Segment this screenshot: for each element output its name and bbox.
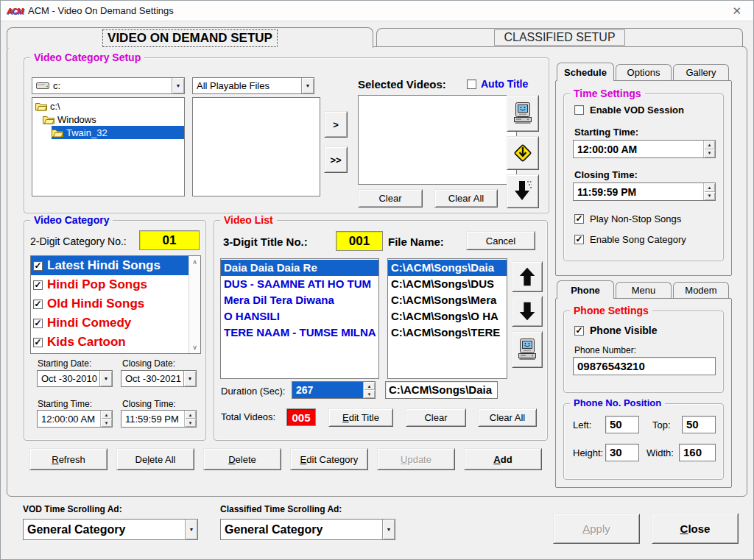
spinner-down-icon[interactable]: ▼ bbox=[363, 390, 375, 398]
vod-ad-combobox[interactable]: General Category ▼ bbox=[23, 519, 198, 540]
category-scrollbar[interactable]: ∧ ∨ bbox=[188, 256, 200, 353]
dropdown-arrow-icon[interactable]: ▼ bbox=[301, 78, 314, 93]
delete-all-button[interactable]: Delete All bbox=[116, 448, 194, 470]
folder-row[interactable]: c:\ bbox=[32, 99, 184, 113]
tab-options[interactable]: Options bbox=[616, 64, 672, 80]
add-button[interactable]: Add bbox=[464, 448, 542, 470]
download-all-button[interactable] bbox=[507, 174, 539, 208]
enable-vod-checkbox[interactable]: Enable VOD Session bbox=[574, 104, 684, 116]
move-all-button[interactable]: >> bbox=[324, 146, 348, 173]
scroll-up-icon[interactable]: ∧ bbox=[192, 258, 197, 266]
clear-all-selected-button[interactable]: Clear All bbox=[434, 189, 498, 208]
dropdown-arrow-icon[interactable]: ▼ bbox=[185, 520, 197, 539]
width-field[interactable]: 160 bbox=[679, 444, 716, 461]
move-down-button[interactable] bbox=[512, 296, 543, 327]
video-title-row[interactable]: O HANSILI bbox=[221, 308, 378, 325]
vod-starting-time-spinner[interactable]: 12:00:00 AM ▲▼ bbox=[573, 140, 716, 158]
checkbox[interactable]: ✓ bbox=[33, 338, 43, 347]
spinner-down-icon[interactable]: ▼ bbox=[184, 419, 196, 427]
category-item[interactable]: ✓ Kids Cartoon bbox=[31, 333, 188, 352]
delete-button[interactable]: Delete bbox=[203, 448, 281, 470]
video-title-row[interactable]: TERE NAAM - TUMSE MILNA bbox=[221, 325, 378, 341]
tab-gallery[interactable]: Gallery bbox=[673, 64, 729, 80]
spinner-down-icon[interactable]: ▼ bbox=[703, 192, 715, 201]
classified-ad-combobox[interactable]: General Category ▼ bbox=[220, 519, 395, 540]
folder-list[interactable]: c:\ Windows Twain_32 bbox=[32, 97, 185, 196]
duration-spinner[interactable]: 267 ▲▼ bbox=[292, 381, 376, 399]
checkbox[interactable] bbox=[467, 79, 476, 89]
move-up-button[interactable] bbox=[512, 261, 543, 292]
checkbox[interactable]: ✓ bbox=[574, 326, 584, 336]
file-paths-list[interactable]: C:\ACM\Songs\Daia C:\ACM\Songs\DUS C:\AC… bbox=[387, 258, 507, 379]
folder-row[interactable]: Windows bbox=[32, 113, 184, 126]
spinner-down-icon[interactable]: ▼ bbox=[703, 149, 715, 158]
file-path-row[interactable]: C:\ACM\Songs\TERE bbox=[388, 325, 507, 341]
height-field[interactable]: 30 bbox=[605, 444, 639, 461]
video-title-row[interactable]: Daia Daia Daia Re bbox=[221, 260, 378, 276]
spinner-up-icon[interactable]: ▲ bbox=[703, 141, 715, 149]
edit-title-button[interactable]: Edit Title bbox=[328, 408, 393, 427]
tab-modem[interactable]: Modem bbox=[673, 282, 729, 298]
category-checklist[interactable]: ✓ Latest Hindi Songs ✓ Hindi Pop Songs ✓… bbox=[30, 255, 201, 354]
video-titles-list[interactable]: Daia Daia Daia Re DUS - SAAMNE ATI HO TU… bbox=[220, 258, 379, 379]
category-item[interactable]: ✓ Old Hindi Songs bbox=[31, 294, 188, 313]
starting-time-spinner[interactable]: 12:00:00 AM ▲▼ bbox=[37, 410, 113, 428]
checkbox[interactable]: ✓ bbox=[33, 319, 43, 328]
add-selected-button[interactable] bbox=[507, 136, 539, 170]
move-one-button[interactable]: > bbox=[324, 111, 348, 138]
category-item[interactable]: ✓ Hindi Comedy bbox=[31, 313, 188, 333]
preview-video-button[interactable] bbox=[507, 95, 539, 132]
checkbox[interactable]: ✓ bbox=[33, 280, 43, 290]
vod-closing-time-spinner[interactable]: 11:59:59 PM ▲▼ bbox=[573, 182, 716, 201]
spinner-up-icon[interactable]: ▲ bbox=[184, 411, 196, 419]
file-path-row[interactable]: C:\ACM\Songs\O HA bbox=[388, 308, 507, 325]
file-list[interactable] bbox=[192, 97, 320, 196]
closing-date-combobox[interactable]: Oct -30-2021 ▼ bbox=[121, 370, 197, 387]
spinner-up-icon[interactable]: ▲ bbox=[703, 183, 715, 192]
clear-selected-button[interactable]: Clear bbox=[358, 189, 423, 208]
selected-videos-list[interactable] bbox=[358, 95, 517, 185]
category-item[interactable]: ✓ Hindi Pop Songs bbox=[31, 275, 188, 294]
file-path-row[interactable]: C:\ACM\Songs\Mera bbox=[388, 292, 507, 308]
tab-classified-setup[interactable]: CLASSIFIED SETUP bbox=[376, 28, 743, 46]
clear-video-button[interactable]: Clear bbox=[406, 408, 466, 427]
dropdown-arrow-icon[interactable]: ▼ bbox=[99, 371, 112, 386]
tab-schedule[interactable]: Schedule bbox=[557, 63, 614, 81]
edit-category-button[interactable]: Edit Category bbox=[290, 448, 368, 470]
close-button[interactable]: Close bbox=[652, 513, 739, 544]
scroll-down-icon[interactable]: ∨ bbox=[192, 344, 197, 351]
file-filter-combobox[interactable]: All Playable Files ▼ bbox=[192, 77, 314, 94]
refresh-button[interactable]: Refresh bbox=[29, 448, 108, 470]
tab-menu[interactable]: Menu bbox=[616, 282, 672, 298]
spinner-up-icon[interactable]: ▲ bbox=[100, 411, 112, 419]
spinner-down-icon[interactable]: ▼ bbox=[100, 419, 112, 427]
dropdown-arrow-icon[interactable]: ▼ bbox=[382, 520, 395, 539]
current-path-field[interactable]: C:\ACM\Songs\Daia bbox=[385, 381, 498, 399]
folder-row-selected[interactable]: Twain_32 bbox=[32, 126, 184, 139]
checkbox[interactable] bbox=[574, 105, 584, 115]
song-category-checkbox[interactable]: ✓ Enable Song Category bbox=[574, 234, 686, 245]
auto-title-checkbox[interactable]: Auto Title bbox=[467, 78, 528, 90]
play-video-button[interactable] bbox=[512, 331, 543, 368]
tab-vod-setup[interactable]: VIDEO ON DEMAND SETUP bbox=[7, 27, 373, 48]
clear-all-videos-button[interactable]: Clear All bbox=[478, 408, 537, 427]
checkbox[interactable]: ✓ bbox=[33, 261, 43, 271]
phone-number-field[interactable]: 09876543210 bbox=[573, 357, 716, 375]
checkbox[interactable]: ✓ bbox=[574, 214, 584, 224]
non-stop-checkbox[interactable]: ✓ Play Non-Stop Songs bbox=[574, 213, 681, 224]
cancel-button[interactable]: Cancel bbox=[466, 231, 535, 250]
video-title-row[interactable]: DUS - SAAMNE ATI HO TUM bbox=[221, 276, 378, 292]
spinner-up-icon[interactable]: ▲ bbox=[363, 382, 375, 390]
file-path-row[interactable]: C:\ACM\Songs\DUS bbox=[388, 276, 507, 292]
starting-date-combobox[interactable]: Oct -30-2010 ▼ bbox=[37, 370, 113, 387]
category-item[interactable]: ✓ Latest Hindi Songs bbox=[31, 256, 188, 275]
checkbox[interactable]: ✓ bbox=[33, 300, 43, 309]
phone-visible-checkbox[interactable]: ✓ Phone Visible bbox=[574, 325, 658, 336]
closing-time-spinner[interactable]: 11:59:59 PM ▲▼ bbox=[121, 410, 197, 428]
close-icon[interactable]: ✕ bbox=[726, 4, 747, 18]
file-path-row[interactable]: C:\ACM\Songs\Daia bbox=[388, 260, 507, 276]
tab-phone[interactable]: Phone bbox=[557, 280, 614, 299]
video-title-row[interactable]: Mera Dil Tera Diwana bbox=[221, 292, 378, 308]
drive-combobox[interactable]: c: ▼ bbox=[32, 77, 185, 94]
top-field[interactable]: 50 bbox=[682, 416, 716, 433]
